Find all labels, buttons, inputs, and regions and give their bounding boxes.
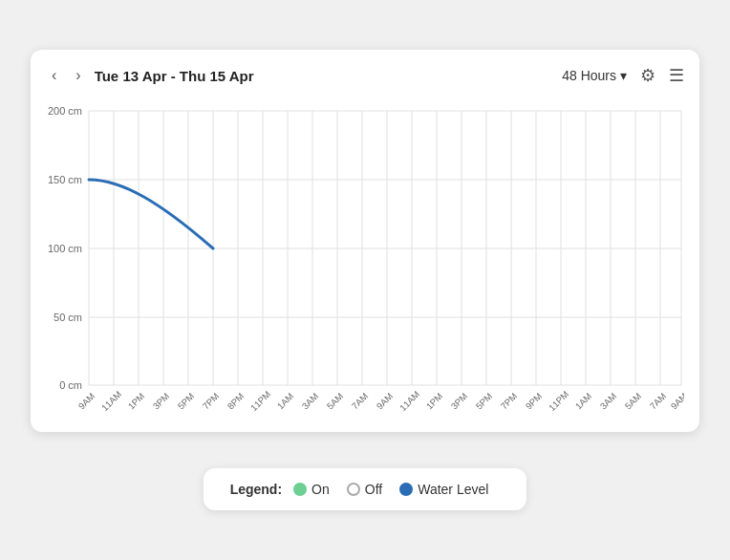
water-level-line (89, 180, 213, 248)
y-label-100: 100 cm (48, 243, 82, 254)
nav-group: ‹ › Tue 13 Apr - Thu 15 Apr (46, 65, 254, 86)
legend-on-label: On (311, 482, 330, 497)
x-label-7pm2: 7PM (499, 391, 520, 412)
x-label-8pm: 8PM (225, 391, 247, 412)
time-range-button[interactable]: 48 Hours ▾ (562, 68, 627, 83)
legend-item-water-level: Water Level (399, 482, 488, 497)
time-range-label: 48 Hours (562, 68, 616, 83)
legend-label: Legend: (230, 482, 282, 497)
chart-area: 200 cm 150 cm 100 cm 50 cm 0 cm (46, 97, 684, 417)
y-label-200: 200 cm (48, 105, 82, 117)
x-label-1am: 1AM (275, 391, 296, 412)
x-label-9am: 9AM (76, 391, 97, 412)
settings-icon[interactable]: ⚙ (640, 65, 655, 86)
next-button[interactable]: › (70, 65, 86, 86)
x-label-7am2: 7AM (648, 391, 669, 412)
x-label-11am: 11AM (99, 389, 123, 413)
water-level-dot (399, 483, 413, 496)
menu-icon[interactable]: ☰ (669, 65, 684, 86)
x-label-3am: 3AM (300, 391, 321, 412)
chevron-down-icon: ▾ (620, 68, 627, 83)
off-dot (347, 483, 360, 496)
legend-wrapper: Legend: On Off Water Level (204, 449, 527, 510)
legend-card: Legend: On Off Water Level (204, 468, 527, 510)
y-label-0: 0 cm (59, 379, 82, 391)
x-label-1pm2: 1PM (424, 391, 445, 412)
x-label-3am2: 3AM (598, 391, 619, 412)
chart-svg: 200 cm 150 cm 100 cm 50 cm 0 cm (46, 97, 684, 413)
x-label-9am2: 9AM (375, 391, 396, 412)
x-label-11pm: 11PM (248, 389, 272, 413)
legend-item-on: On (293, 482, 330, 497)
on-dot (293, 483, 307, 496)
x-label-1am2: 1AM (573, 391, 594, 412)
x-label-5am2: 5AM (623, 391, 644, 412)
x-label-7am: 7AM (350, 391, 371, 412)
x-label-11am2: 11AM (397, 389, 421, 413)
x-label-7pm: 7PM (201, 391, 222, 412)
x-label-5pm: 5PM (176, 391, 197, 412)
x-label-11pm2: 11PM (547, 389, 570, 413)
x-label-3pm2: 3PM (449, 391, 470, 412)
x-label-9pm: 9PM (524, 391, 545, 412)
chart-card: ‹ › Tue 13 Apr - Thu 15 Apr 48 Hours ▾ ⚙… (31, 50, 699, 432)
x-label-9am3: 9AM (669, 391, 684, 412)
legend-off-label: Off (365, 482, 382, 497)
x-label-5am: 5AM (325, 391, 346, 412)
y-label-50: 50 cm (54, 312, 82, 323)
legend-item-off: Off (347, 482, 382, 497)
y-label-150: 150 cm (48, 174, 82, 185)
controls-group: 48 Hours ▾ ⚙ ☰ (562, 65, 684, 86)
x-label-3pm: 3PM (151, 391, 172, 412)
legend-water-level-label: Water Level (418, 482, 488, 497)
chart-header: ‹ › Tue 13 Apr - Thu 15 Apr 48 Hours ▾ ⚙… (46, 65, 684, 86)
prev-button[interactable]: ‹ (46, 65, 62, 86)
x-label-1pm: 1PM (126, 391, 147, 412)
x-label-5pm2: 5PM (474, 391, 495, 412)
date-range: Tue 13 Apr - Thu 15 Apr (95, 68, 254, 84)
